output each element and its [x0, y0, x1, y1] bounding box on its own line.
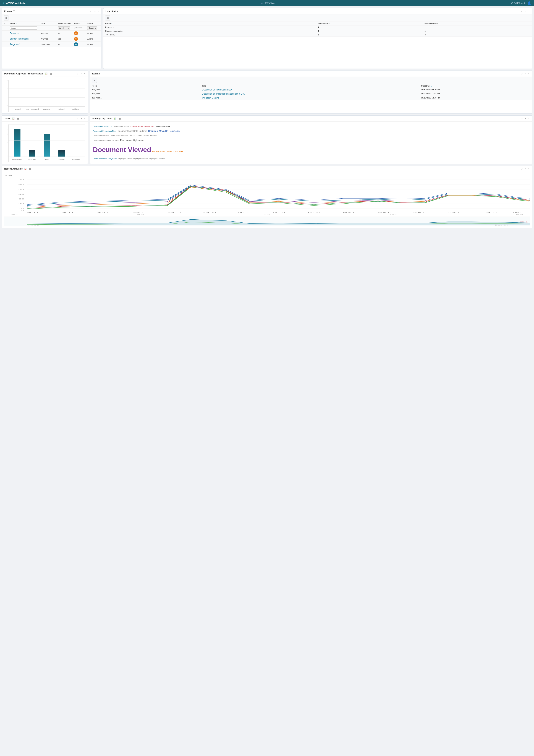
- user-status-toolbar: ▦: [103, 14, 532, 22]
- tagcloud-chevron-icon[interactable]: ▾: [528, 117, 530, 120]
- tasks-chart-icon[interactable]: 📊: [12, 117, 15, 120]
- tag-doc-unmarked-final[interactable]: Document Unmarked As Final: [93, 140, 119, 142]
- tag-highlight-updated[interactable]: Highlight Updated: [149, 158, 165, 160]
- approval-chart-icon[interactable]: 📊: [44, 72, 48, 75]
- ev-date-2: 09/15/2022 12:38 PM: [421, 97, 530, 99]
- recent-menu-icon[interactable]: ≡: [524, 167, 527, 170]
- tag-highlight-deleted[interactable]: Highlight Deleted: [133, 158, 148, 160]
- room-activities-2: No: [58, 43, 73, 45]
- tag-doc-checkout[interactable]: Document Check Out: [93, 125, 112, 128]
- tagcloud-table-icon-btn[interactable]: ▦: [118, 117, 121, 120]
- ev-title-0[interactable]: Discussion on Information Flow: [202, 89, 232, 91]
- tasks-bars: [9, 124, 85, 157]
- tag-doc-downloaded[interactable]: Document Downloaded: [131, 125, 154, 128]
- recent-activities-actions: ⤢ ≡ ▾: [520, 167, 530, 170]
- events-chevron-icon[interactable]: ▾: [528, 72, 530, 75]
- approval-menu-icon[interactable]: ≡: [80, 72, 83, 75]
- rooms-menu-icon[interactable]: ≡: [94, 10, 96, 13]
- tagcloud-chart-icon[interactable]: 📊: [114, 117, 117, 120]
- events-table-icon[interactable]: ▦: [92, 78, 97, 83]
- x-label-sent: Sent For Approval: [26, 108, 39, 110]
- bar-not-started: [25, 124, 39, 157]
- rooms-widget-actions: ⤢ ≡ ▾: [89, 10, 99, 13]
- recent-chart-icon[interactable]: 📊: [24, 167, 27, 170]
- tag-doc-moved-recyclebin[interactable]: Document Moved to Recyclebin: [148, 130, 180, 132]
- room-size-0: 0 Bytes: [41, 32, 57, 34]
- room-activities-0: No: [58, 32, 73, 34]
- ty-6: 6: [5, 129, 8, 131]
- recent-table-icon-btn[interactable]: ▦: [28, 167, 32, 170]
- back-arrow-icon: ←: [5, 175, 7, 176]
- add-tenant-button[interactable]: ⊕ Add Tenant: [511, 2, 525, 5]
- approval-chevron-icon[interactable]: ▾: [84, 72, 86, 75]
- ev-title-2[interactable]: TW Team Meeting: [202, 97, 219, 99]
- tag-doc-viewed[interactable]: Document Viewed: [93, 146, 151, 153]
- user-status-table-icon[interactable]: ▦: [105, 15, 110, 20]
- room-link-support[interactable]: Support Information: [10, 38, 29, 40]
- tasks-menu-icon[interactable]: ≡: [80, 117, 83, 120]
- tag-highlight-added[interactable]: Highlight Added: [118, 158, 132, 160]
- brand-text: NOVOS Arbitrate: [6, 2, 25, 5]
- room-col-header: Room ↑: [10, 22, 40, 25]
- us-inactive-header: Inactive Users: [424, 22, 530, 25]
- tag-doc-edited[interactable]: Document Edited: [155, 125, 170, 128]
- us-room-1: Support Information: [105, 30, 317, 32]
- recent-expand-icon[interactable]: ⤢: [520, 167, 523, 170]
- svg-text:50: 50: [18, 188, 24, 190]
- ev-title-1[interactable]: Discussion on improvising existing set o…: [202, 93, 245, 95]
- top-nav-actions: ⊕ Add Tenant 👤: [511, 1, 531, 5]
- rooms-search-input[interactable]: [10, 26, 37, 30]
- tag-doc-printed[interactable]: Document Printed: [93, 134, 109, 137]
- tag-doc-marked-final[interactable]: Document Marked As Final: [93, 130, 116, 132]
- svg-text:Sep 1: Sep 1: [133, 212, 144, 213]
- svg-text:Dec: Dec: [513, 212, 521, 213]
- room-link-twroom1[interactable]: TW_room1: [10, 43, 20, 45]
- recent-chevron-icon[interactable]: ▾: [528, 168, 530, 170]
- rooms-info-icon[interactable]: ⓘ: [13, 10, 15, 13]
- bar-on-hold: [55, 124, 68, 157]
- line-chart-svg: 70 60 50 40 30 20 10 0: [4, 178, 530, 214]
- svg-text:Sep 11: Sep 11: [167, 212, 181, 213]
- tag-doc-uploaded[interactable]: Document Uploaded: [120, 139, 144, 142]
- tasks-expand-icon[interactable]: ⤢: [76, 117, 79, 120]
- tag-doc-undo-checkout[interactable]: Document Undo Check Out: [134, 134, 158, 137]
- user-status-chevron-icon[interactable]: ▾: [528, 10, 530, 13]
- back-button[interactable]: ← Back: [4, 174, 13, 177]
- tag-folder-downloaded[interactable]: Folder Downloaded: [166, 150, 183, 152]
- right-label-1: 1: [528, 201, 530, 202]
- ty-1: 1: [5, 151, 8, 152]
- events-menu-icon[interactable]: ≡: [524, 72, 527, 75]
- rooms-widget-title: Rooms ⓘ: [4, 10, 15, 13]
- events-expand-icon[interactable]: ⤢: [520, 72, 523, 75]
- month-oct: Oct 2022: [264, 213, 270, 215]
- status-filter[interactable]: Select: [87, 26, 97, 30]
- tagcloud-menu-icon[interactable]: ≡: [524, 117, 527, 120]
- tag-doc-metadata[interactable]: Document MetaData Updated: [118, 130, 147, 132]
- user-status-expand-icon[interactable]: ⤢: [520, 10, 523, 13]
- y-label-1: 1: [5, 96, 8, 98]
- user-status-menu-icon[interactable]: ≡: [524, 10, 527, 13]
- approval-expand-icon[interactable]: ⤢: [76, 72, 79, 75]
- tasks-table-icon-btn[interactable]: ▦: [16, 117, 19, 120]
- tasks-chevron-icon[interactable]: ▾: [84, 117, 86, 120]
- tag-folder-moved-recyclebin[interactable]: Folder Moved to Recyclebin: [93, 158, 117, 160]
- tenant-selector[interactable]: ⇄ TW Client: [261, 2, 275, 5]
- rooms-chevron-icon[interactable]: ▾: [97, 10, 99, 13]
- ty-2: 2: [5, 147, 8, 148]
- room-link-research[interactable]: Research: [10, 32, 19, 35]
- month-labels: Aug 2022 Sep 2022 Oct 2022 Nov 2022 Dec …: [4, 213, 530, 215]
- rooms-row-3: TW_room1 98.828 MB No 29 Active: [2, 42, 101, 47]
- svg-text:Aug 11: Aug 11: [62, 212, 76, 213]
- rooms-expand-icon[interactable]: ⤢: [89, 10, 92, 13]
- room-alert-badge-2: 29: [74, 42, 78, 46]
- user-avatar-button[interactable]: 👤: [527, 1, 531, 5]
- approval-table-icon-btn[interactable]: ▦: [49, 72, 52, 75]
- user-status-col-headers: Room ↑ Active Users Inactive Users: [103, 22, 532, 25]
- tag-doc-created[interactable]: Document Created: [113, 125, 129, 128]
- new-activities-filter[interactable]: Select: [58, 26, 70, 30]
- tagcloud-expand-icon[interactable]: ⤢: [520, 117, 523, 120]
- tag-doc-shared[interactable]: Document Shared as Link: [110, 134, 133, 137]
- tx-not-started: Not Started: [25, 158, 39, 160]
- tag-folder-created[interactable]: Folder Created: [152, 150, 165, 152]
- rooms-table-view-icon[interactable]: ▦: [4, 15, 9, 20]
